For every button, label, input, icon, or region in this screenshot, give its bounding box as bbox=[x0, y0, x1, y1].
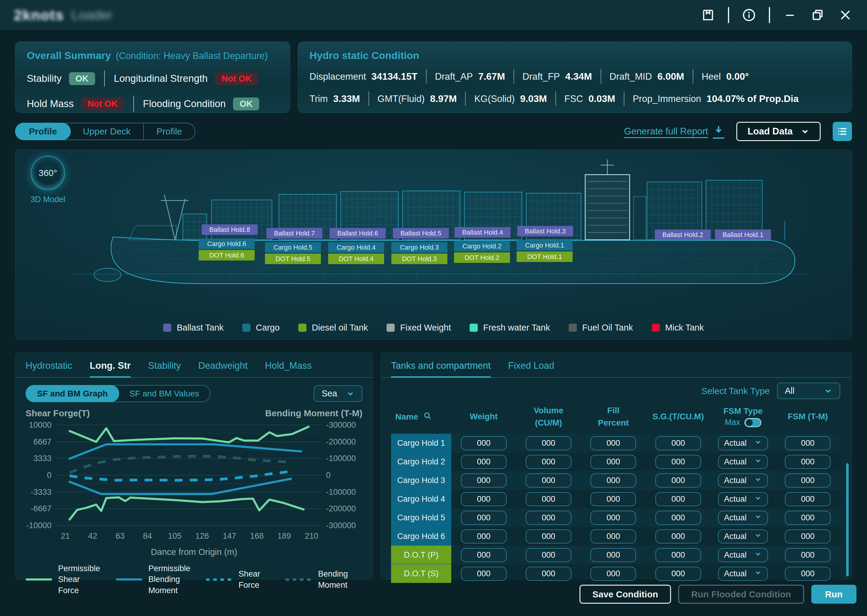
run-flooded-condition-button[interactable]: Run Flooded Condition bbox=[678, 585, 804, 603]
fsm-type-select[interactable]: Actual bbox=[718, 511, 768, 525]
fill-input[interactable]: 000 bbox=[590, 436, 636, 450]
ballast-hold-label[interactable]: Ballast Hold.1 bbox=[715, 229, 771, 240]
maximize-icon[interactable] bbox=[810, 7, 826, 23]
sg-input[interactable]: 000 bbox=[655, 455, 701, 469]
sg-input[interactable]: 000 bbox=[655, 530, 701, 544]
tab-long-str[interactable]: Long. Str bbox=[90, 360, 131, 371]
table-scrollbar[interactable] bbox=[846, 463, 849, 576]
view-tab-profile-0[interactable]: Profile bbox=[15, 123, 71, 140]
fsm-input[interactable]: 000 bbox=[785, 548, 831, 562]
volume-input[interactable]: 000 bbox=[526, 455, 571, 469]
dot-hold-label[interactable]: DOT Hold.1 bbox=[517, 251, 572, 262]
tank-name-cell[interactable]: Cargo Hold 5 bbox=[391, 508, 451, 527]
info-icon[interactable] bbox=[741, 7, 757, 23]
weight-input[interactable]: 000 bbox=[461, 511, 507, 525]
fill-input[interactable]: 000 bbox=[590, 511, 636, 525]
fill-input[interactable]: 000 bbox=[590, 455, 636, 469]
fsm-input[interactable]: 000 bbox=[785, 530, 831, 544]
fsm-input[interactable]: 000 bbox=[785, 511, 831, 525]
volume-input[interactable]: 000 bbox=[526, 530, 571, 544]
tab-fixed-load[interactable]: Fixed Load bbox=[508, 360, 554, 371]
fsm-type-select[interactable]: Actual bbox=[718, 473, 768, 487]
tank-name-cell[interactable]: Cargo Hold 4 bbox=[391, 490, 451, 508]
weight-input[interactable]: 000 bbox=[461, 492, 507, 506]
tab-stability[interactable]: Stability bbox=[148, 360, 181, 371]
ballast-hold-label[interactable]: Ballast Hold.2 bbox=[655, 229, 711, 240]
ballast-hold-label[interactable]: Ballast Hold.3 bbox=[517, 226, 573, 236]
sg-input[interactable]: 000 bbox=[655, 436, 701, 450]
run-button[interactable]: Run bbox=[811, 585, 856, 603]
load-data-button[interactable]: Load Data bbox=[736, 122, 821, 141]
search-icon[interactable] bbox=[423, 411, 432, 422]
weight-input[interactable]: 000 bbox=[461, 567, 507, 581]
fsm-input[interactable]: 000 bbox=[785, 567, 831, 581]
sea-condition-select[interactable]: Sea bbox=[314, 385, 363, 402]
fsm-type-select[interactable]: Actual bbox=[718, 567, 768, 581]
dot-hold-label[interactable]: DOT Hold.5 bbox=[265, 253, 321, 264]
weight-input[interactable]: 000 bbox=[461, 548, 507, 562]
fill-input[interactable]: 000 bbox=[590, 548, 636, 562]
tank-name-cell[interactable]: Cargo Hold 3 bbox=[391, 471, 451, 490]
weight-input[interactable]: 000 bbox=[461, 530, 507, 544]
volume-input[interactable]: 000 bbox=[526, 511, 571, 525]
sg-input[interactable]: 000 bbox=[655, 548, 701, 562]
volume-input[interactable]: 000 bbox=[526, 436, 571, 450]
cargo-hold-label[interactable]: Cargo Hold.5 bbox=[265, 242, 321, 253]
sg-input[interactable]: 000 bbox=[655, 511, 701, 525]
fsm-input[interactable]: 000 bbox=[785, 492, 831, 506]
subtab-sf-and-bm-graph[interactable]: SF and BM Graph bbox=[25, 385, 119, 402]
ballast-hold-label[interactable]: Ballast Hold.7 bbox=[266, 228, 322, 239]
dot-hold-label[interactable]: DOT Hold.3 bbox=[391, 253, 447, 264]
tab-hydrostatic[interactable]: Hydrostatic bbox=[25, 360, 72, 371]
cargo-hold-label[interactable]: Cargo Hold.6 bbox=[199, 239, 255, 249]
dot-hold-label[interactable]: DOT Hold.2 bbox=[454, 252, 510, 263]
tank-type-select[interactable]: All bbox=[777, 383, 840, 399]
tank-name-cell[interactable]: D.O.T (S) bbox=[391, 564, 451, 583]
fill-input[interactable]: 000 bbox=[590, 492, 636, 506]
volume-input[interactable]: 000 bbox=[526, 548, 571, 562]
ballast-hold-label[interactable]: Ballast Hold.8 bbox=[202, 225, 258, 235]
generate-report-link[interactable]: Generate full Report bbox=[624, 124, 724, 139]
cargo-hold-label[interactable]: Cargo Hold.4 bbox=[328, 242, 384, 253]
weight-input[interactable]: 000 bbox=[461, 436, 507, 450]
dot-hold-label[interactable]: DOT Hold.6 bbox=[199, 250, 255, 261]
fsm-input[interactable]: 000 bbox=[785, 473, 831, 487]
fill-input[interactable]: 000 bbox=[590, 473, 636, 487]
fsm-type-select[interactable]: Actual bbox=[718, 436, 768, 450]
weight-input[interactable]: 000 bbox=[461, 455, 507, 469]
cargo-hold-label[interactable]: Cargo Hold.3 bbox=[391, 242, 447, 253]
volume-input[interactable]: 000 bbox=[526, 473, 571, 487]
save-condition-button[interactable]: Save Condition bbox=[580, 585, 671, 603]
tank-name-cell[interactable]: Cargo Hold 1 bbox=[391, 434, 451, 453]
fsm-input[interactable]: 000 bbox=[785, 436, 831, 450]
sg-input[interactable]: 000 bbox=[655, 473, 701, 487]
tank-name-cell[interactable]: Cargo Hold 2 bbox=[391, 453, 451, 471]
sg-input[interactable]: 000 bbox=[655, 567, 701, 581]
ballast-hold-label[interactable]: Ballast Hold.5 bbox=[393, 228, 449, 239]
fsm-input[interactable]: 000 bbox=[785, 455, 831, 469]
fill-input[interactable]: 000 bbox=[590, 567, 636, 581]
fsm-max-toggle[interactable] bbox=[744, 418, 761, 427]
subtab-sf-and-bm-values[interactable]: SF and BM Values bbox=[118, 386, 210, 402]
fill-input[interactable]: 000 bbox=[590, 530, 636, 544]
cargo-hold-label[interactable]: Cargo Hold.2 bbox=[454, 241, 510, 251]
sg-input[interactable]: 000 bbox=[655, 492, 701, 506]
view-tab-profile-2[interactable]: Profile bbox=[144, 123, 195, 140]
tab-tanks-and-compartment[interactable]: Tanks and compartment bbox=[391, 360, 491, 371]
ballast-hold-label[interactable]: Ballast Hold.6 bbox=[329, 228, 386, 239]
volume-input[interactable]: 000 bbox=[526, 567, 571, 581]
list-view-button[interactable] bbox=[833, 122, 852, 141]
save-icon[interactable] bbox=[700, 7, 716, 23]
weight-input[interactable]: 000 bbox=[461, 473, 507, 487]
ballast-hold-label[interactable]: Ballast Hold.4 bbox=[455, 227, 511, 237]
volume-input[interactable]: 000 bbox=[526, 492, 571, 506]
close-icon[interactable] bbox=[837, 7, 853, 23]
tank-name-cell[interactable]: D.O.T (P) bbox=[391, 545, 451, 564]
fsm-type-select[interactable]: Actual bbox=[718, 492, 768, 506]
fsm-type-select[interactable]: Actual bbox=[718, 530, 768, 544]
tank-name-cell[interactable]: Cargo Hold 6 bbox=[391, 527, 451, 545]
tab-hold-mass[interactable]: Hold_Mass bbox=[265, 360, 312, 371]
3d-model-button[interactable]: 360° 3D Model bbox=[28, 156, 67, 204]
dot-hold-label[interactable]: DOT Hold.4 bbox=[328, 253, 384, 264]
fsm-type-select[interactable]: Actual bbox=[718, 548, 768, 562]
